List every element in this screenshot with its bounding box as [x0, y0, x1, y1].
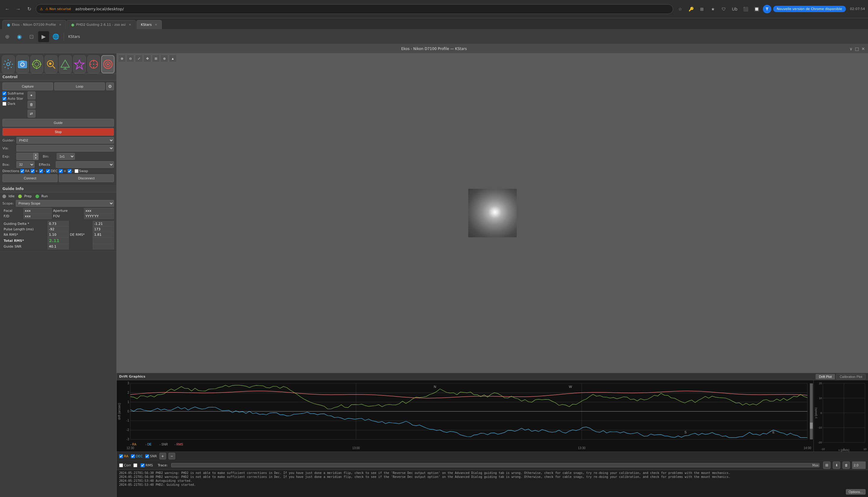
disconnect-button[interactable]: Disconnect — [59, 174, 114, 182]
scope-select[interactable]: Primary Scope — [16, 200, 114, 207]
grid-view-icon[interactable]: ⊞ — [823, 462, 830, 469]
puzzle-icon[interactable]: ⬛ — [741, 4, 750, 14]
via-select[interactable] — [16, 145, 114, 152]
bookmark-icon[interactable]: ☆ — [675, 4, 685, 14]
guide-button[interactable]: Guide — [2, 119, 114, 127]
calibration-icon[interactable]: ✦ — [28, 91, 35, 99]
autostar-checkbox[interactable] — [2, 97, 6, 101]
corr-check-label[interactable]: Corr — [119, 463, 131, 467]
rms-checkbox2[interactable] — [141, 463, 145, 467]
tab-ekos-close[interactable]: ✕ — [59, 23, 61, 26]
options-button[interactable]: Options... — [846, 489, 866, 495]
toolbar-save-icon[interactable]: ⊡ — [26, 31, 37, 42]
tab-phd2[interactable]: ● PHD2 Guiding 2.6.11 - zso asi ✕ — [67, 20, 136, 29]
rms-checkbox[interactable] — [133, 463, 137, 467]
module-tab-scheduler[interactable] — [73, 55, 86, 73]
toolbar-kstars-icon[interactable]: 🌐 — [50, 31, 61, 42]
module-tab-capture[interactable] — [16, 55, 29, 73]
ra-graph-checkbox[interactable] — [119, 454, 123, 458]
up-arrow-icon[interactable]: ▲ — [169, 55, 177, 62]
module-tab-analyzer[interactable] — [101, 55, 115, 73]
tab-kstars[interactable]: KStars ✕ — [137, 20, 162, 29]
back-button[interactable]: ← — [3, 5, 12, 13]
delete-graph-icon[interactable]: 🗑 — [842, 462, 850, 469]
trash-icon[interactable]: 🗑 — [28, 101, 35, 109]
dec-checkbox[interactable] — [46, 169, 50, 173]
shield-icon[interactable]: 🛡 — [719, 4, 728, 14]
toolbar-ekos-label[interactable]: KStars — [66, 31, 82, 42]
translate-icon[interactable]: ⊞ — [697, 4, 707, 14]
reload-button[interactable]: ↻ — [25, 5, 33, 13]
stop-button[interactable]: Stop — [2, 128, 114, 136]
module-tab-align[interactable] — [30, 55, 43, 73]
update-banner[interactable]: Nouvelle version de Chrome disponible — [773, 6, 846, 12]
guider-select[interactable]: PHD2 — [16, 137, 114, 144]
drift-plot-tab[interactable]: Drift Plot — [815, 374, 835, 380]
export-icon[interactable]: ⬇ — [833, 462, 840, 469]
toolbar-open-icon[interactable]: ◉ — [14, 31, 25, 42]
url-bar[interactable]: ⚠ ⚠ Non sécurisé astroberry.local/deskto… — [36, 4, 673, 14]
dec-plus-checkbox[interactable] — [59, 169, 63, 173]
capture-button[interactable]: Capture — [2, 82, 53, 90]
rms-check-label[interactable]: Corr — [133, 463, 138, 467]
maximize-button[interactable]: □ — [855, 46, 859, 51]
ra-checkbox[interactable] — [20, 169, 24, 173]
ra-dir-group[interactable]: RA — [20, 169, 29, 173]
module-tab-settings[interactable] — [2, 55, 15, 73]
swap-checkbox[interactable] — [74, 169, 79, 173]
corr-checkbox[interactable] — [119, 463, 123, 467]
effects-select[interactable] — [56, 161, 114, 168]
zoom-out-icon[interactable]: ⊖ — [126, 55, 134, 62]
exp-input[interactable]: 1.000 — [17, 153, 33, 160]
module-tab-guider[interactable] — [87, 55, 100, 73]
rms-check-label2[interactable]: RMS — [141, 463, 153, 467]
ublock-icon[interactable]: Ub — [730, 4, 739, 14]
zoom-out-graph-button[interactable]: − — [169, 453, 175, 459]
ra-plus-checkbox[interactable] — [31, 169, 34, 173]
profile-avatar[interactable]: T — [763, 5, 771, 13]
forward-button[interactable]: → — [14, 5, 23, 13]
zoom-in-icon[interactable]: ⊕ — [118, 55, 126, 62]
dec-check-label[interactable]: DEC — [131, 454, 143, 458]
grid-icon[interactable]: ⊞ — [152, 55, 160, 62]
bin-select[interactable]: 1x1 — [57, 153, 75, 160]
scale-input[interactable] — [852, 462, 866, 469]
toolbar-cmd-icon[interactable]: ▶ — [38, 31, 49, 42]
dec-dir-group[interactable]: DEC — [46, 169, 58, 173]
settings-small-icon[interactable]: ⚙ — [106, 82, 114, 90]
tab-kstars-close[interactable]: ✕ — [155, 23, 157, 26]
subframe-checkbox-row[interactable]: Subframe — [2, 91, 24, 96]
snr-graph-checkbox[interactable] — [145, 454, 149, 458]
close-window-button[interactable]: ✕ — [861, 46, 865, 51]
box-select[interactable]: 32 — [16, 161, 34, 168]
calib-plot-tab[interactable]: Calibration Plot — [836, 374, 866, 380]
module-tab-mount[interactable] — [59, 55, 72, 73]
zoom-in-graph-button[interactable]: + — [159, 453, 166, 459]
autostar-checkbox-row[interactable]: Auto Star — [2, 97, 24, 101]
ra-check-label[interactable]: RA — [119, 454, 128, 458]
dec-graph-checkbox[interactable] — [131, 454, 135, 458]
exp-up-button[interactable]: ▲ — [33, 153, 38, 156]
exp-down-button[interactable]: ▼ — [33, 156, 38, 160]
svg-point-5 — [34, 62, 39, 66]
ra-minus-checkbox[interactable] — [39, 169, 43, 173]
dark-checkbox-row[interactable]: Dark — [2, 102, 24, 106]
swap-icon[interactable]: ⇄ — [28, 110, 35, 117]
pan-icon[interactable]: ✥ — [143, 55, 151, 62]
dec-minus-checkbox[interactable] — [68, 169, 72, 173]
extensions-icon[interactable]: 🔑 — [686, 4, 696, 14]
tab-phd2-close[interactable]: ✕ — [128, 23, 131, 26]
toolbar-new-icon[interactable]: ⊕ — [2, 31, 13, 42]
tab-ekos[interactable]: ● Ekos - Nikon D7100 Profile ✕ — [2, 20, 66, 29]
connect-button[interactable]: Connect — [2, 174, 58, 182]
star-icon[interactable]: ★ — [708, 4, 717, 14]
crosshair-icon[interactable]: ⊕ — [160, 55, 168, 62]
zoom-fit-icon[interactable]: ⤢ — [135, 55, 143, 62]
minimize-button[interactable]: ∨ — [850, 46, 853, 51]
dark-checkbox[interactable] — [2, 102, 6, 106]
subframe-checkbox[interactable] — [2, 91, 6, 96]
snr-check-label[interactable]: SNR — [145, 454, 157, 458]
extensions-puzzle-icon[interactable]: 🔲 — [752, 4, 761, 14]
module-tab-focus[interactable] — [45, 55, 58, 73]
loop-button[interactable]: Loop — [54, 82, 105, 90]
